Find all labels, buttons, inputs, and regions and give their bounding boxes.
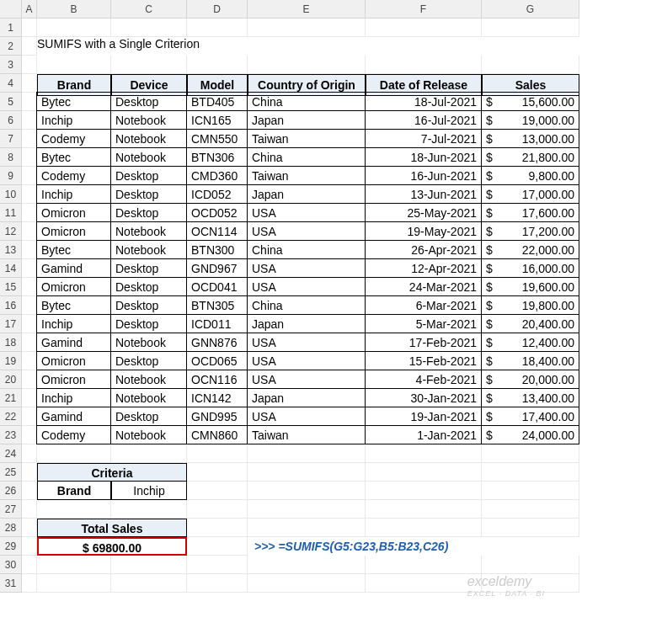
cell-model[interactable]: OCD052 <box>186 203 248 222</box>
row-17[interactable]: 17 <box>0 315 22 333</box>
cell-model[interactable]: BTN306 <box>186 147 248 167</box>
cell-country[interactable]: China <box>247 240 366 259</box>
row-23[interactable]: 23 <box>0 426 22 444</box>
row-11[interactable]: 11 <box>0 204 22 222</box>
row-12[interactable]: 12 <box>0 222 22 241</box>
row-19[interactable]: 19 <box>0 352 22 370</box>
cell-model[interactable]: ICN142 <box>186 388 248 407</box>
cell-brand[interactable]: Bytec <box>36 92 111 111</box>
row-20[interactable]: 20 <box>0 370 22 389</box>
cell-brand[interactable]: Inchip <box>36 314 111 333</box>
cell-brand[interactable]: Bytec <box>36 147 111 167</box>
row-8[interactable]: 8 <box>0 148 22 167</box>
row-9[interactable]: 9 <box>0 167 22 185</box>
cell-device[interactable]: Desktop <box>110 92 187 111</box>
cell-brand[interactable]: Bytec <box>36 240 111 259</box>
criteria-brand-label[interactable]: Brand <box>37 481 111 500</box>
col-D[interactable]: D <box>187 0 248 19</box>
cell-date[interactable]: 17-Feb-2021 <box>365 333 482 352</box>
row-15[interactable]: 15 <box>0 278 22 296</box>
cell-model[interactable]: BTD405 <box>186 92 248 111</box>
cell-model[interactable]: GND967 <box>186 258 248 278</box>
cell-country[interactable]: USA <box>247 277 366 296</box>
cell-sales[interactable]: $17,200.00 <box>481 221 579 241</box>
cell-brand[interactable]: Gamind <box>36 407 111 426</box>
cell-device[interactable]: Desktop <box>110 295 187 315</box>
cell-brand[interactable]: Omicron <box>36 370 111 389</box>
cell-brand[interactable]: Omicron <box>36 203 111 222</box>
cell-date[interactable]: 19-May-2021 <box>365 221 482 241</box>
cell-device[interactable]: Notebook <box>110 240 187 259</box>
row-22[interactable]: 22 <box>0 407 22 426</box>
cell-brand[interactable]: Gamind <box>36 333 111 352</box>
cell-brand[interactable]: Bytec <box>36 295 111 315</box>
cell-device[interactable]: Notebook <box>110 147 187 167</box>
cell-sales[interactable]: $17,000.00 <box>481 184 579 204</box>
cell-device[interactable]: Desktop <box>110 166 187 185</box>
cell-date[interactable]: 15-Feb-2021 <box>365 351 482 370</box>
cell-device[interactable]: Notebook <box>110 370 187 389</box>
row-25[interactable]: 25 <box>0 463 22 482</box>
cell-device[interactable]: Desktop <box>110 407 187 426</box>
cell-sales[interactable]: $15,600.00 <box>481 92 579 111</box>
cell-sales[interactable]: $16,000.00 <box>481 258 579 278</box>
row-29[interactable]: 29 <box>0 537 22 556</box>
cell-sales[interactable]: $20,000.00 <box>481 370 579 389</box>
cell-country[interactable]: Taiwan <box>247 425 366 444</box>
cell-brand[interactable]: Inchip <box>36 388 111 407</box>
cell-device[interactable]: Desktop <box>110 314 187 333</box>
cell-device[interactable]: Notebook <box>110 129 187 148</box>
cell-model[interactable]: CMN550 <box>186 129 248 148</box>
cell-date[interactable]: 26-Apr-2021 <box>365 240 482 259</box>
cell-country[interactable]: China <box>247 92 366 111</box>
cell-brand[interactable]: Omicron <box>36 221 111 241</box>
cell-brand[interactable]: Gamind <box>36 258 111 278</box>
col-C[interactable]: C <box>111 0 187 19</box>
cell-model[interactable]: BTN300 <box>186 240 248 259</box>
cell-brand[interactable]: Inchip <box>36 110 111 130</box>
cell-date[interactable]: 12-Apr-2021 <box>365 258 482 278</box>
cell-sales[interactable]: $18,400.00 <box>481 351 579 370</box>
cell-brand[interactable]: Omicron <box>36 277 111 296</box>
cell-sales[interactable]: $13,400.00 <box>481 388 579 407</box>
cell-device[interactable]: Notebook <box>110 388 187 407</box>
cell-country[interactable]: Taiwan <box>247 166 366 185</box>
cell-device[interactable]: Desktop <box>110 258 187 278</box>
cell-sales[interactable]: $17,400.00 <box>481 407 579 426</box>
cell-model[interactable]: OCD041 <box>186 277 248 296</box>
row-14[interactable]: 14 <box>0 259 22 278</box>
cell-device[interactable]: Notebook <box>110 425 187 444</box>
cell-model[interactable]: ICD052 <box>186 184 248 204</box>
cell-brand[interactable]: Codemy <box>36 129 111 148</box>
row-28[interactable]: 28 <box>0 519 22 537</box>
cell-date[interactable]: 24-Mar-2021 <box>365 277 482 296</box>
cell-model[interactable]: ICD011 <box>186 314 248 333</box>
cell-country[interactable]: Japan <box>247 314 366 333</box>
cell-country[interactable]: Taiwan <box>247 129 366 148</box>
row-4[interactable]: 4 <box>0 74 22 93</box>
cell-date[interactable]: 13-Jun-2021 <box>365 184 482 204</box>
cell-date[interactable]: 18-Jul-2021 <box>365 92 482 111</box>
cell-date[interactable]: 18-Jun-2021 <box>365 147 482 167</box>
cell-device[interactable]: Desktop <box>110 351 187 370</box>
col-F[interactable]: F <box>366 0 482 19</box>
cell-model[interactable]: GNN876 <box>186 333 248 352</box>
cell-sales[interactable]: $22,000.00 <box>481 240 579 259</box>
cell-date[interactable]: 16-Jun-2021 <box>365 166 482 185</box>
row-1[interactable]: 1 <box>0 19 22 37</box>
cell-country[interactable]: China <box>247 147 366 167</box>
cell-country[interactable]: USA <box>247 203 366 222</box>
cell-model[interactable]: OCD065 <box>186 351 248 370</box>
row-5[interactable]: 5 <box>0 93 22 111</box>
cell-model[interactable]: ICN165 <box>186 110 248 130</box>
cell-model[interactable]: CMD360 <box>186 166 248 185</box>
cell-sales[interactable]: $17,600.00 <box>481 203 579 222</box>
cell-date[interactable]: 7-Jul-2021 <box>365 129 482 148</box>
cell-date[interactable]: 25-May-2021 <box>365 203 482 222</box>
cell-sales[interactable]: $20,400.00 <box>481 314 579 333</box>
cell-model[interactable]: GND995 <box>186 407 248 426</box>
cell-date[interactable]: 16-Jul-2021 <box>365 110 482 130</box>
cell-device[interactable]: Desktop <box>110 277 187 296</box>
cell-date[interactable]: 1-Jan-2021 <box>365 425 482 444</box>
row-3[interactable]: 3 <box>0 56 22 74</box>
